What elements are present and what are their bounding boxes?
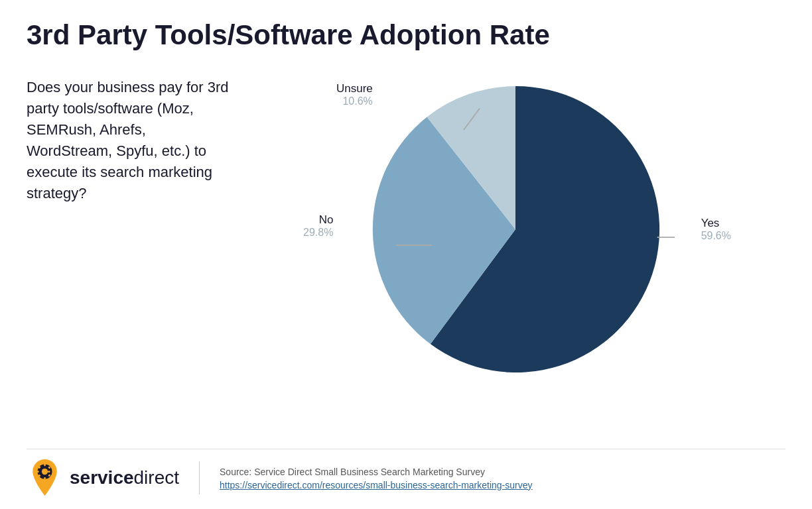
pie-chart: Unsure 10.6% No 29.8% Yes 59.6% (356, 70, 675, 388)
footer-divider (199, 461, 200, 494)
main-content: Does your business pay for 3rd party too… (27, 70, 785, 442)
footer: servicedirect Source: Service Direct Sma… (27, 449, 785, 496)
logo-icon (27, 459, 63, 496)
yes-label: Yes 59.6% (701, 217, 731, 242)
logo: servicedirect (27, 459, 179, 496)
source-info: Source: Service Direct Small Business Se… (220, 465, 532, 490)
svg-rect-2 (44, 464, 46, 466)
svg-rect-4 (36, 471, 38, 473)
source-url[interactable]: https://servicedirect.com/resources/smal… (220, 480, 532, 490)
logo-text: servicedirect (70, 467, 179, 488)
source-label: Source: Service Direct Small Business Se… (220, 465, 532, 479)
svg-point-1 (42, 469, 48, 475)
svg-rect-5 (48, 471, 50, 473)
svg-rect-3 (44, 477, 46, 479)
page-title: 3rd Party Tools/Software Adoption Rate (27, 20, 785, 50)
unsure-label: Unsure 10.6% (336, 82, 373, 107)
no-label: No 29.8% (303, 213, 333, 239)
question-text: Does your business pay for 3rd party too… (27, 70, 232, 203)
page-container: 3rd Party Tools/Software Adoption Rate D… (0, 0, 812, 509)
pie-svg (356, 70, 675, 388)
chart-area: Unsure 10.6% No 29.8% Yes 59.6% (245, 70, 785, 388)
